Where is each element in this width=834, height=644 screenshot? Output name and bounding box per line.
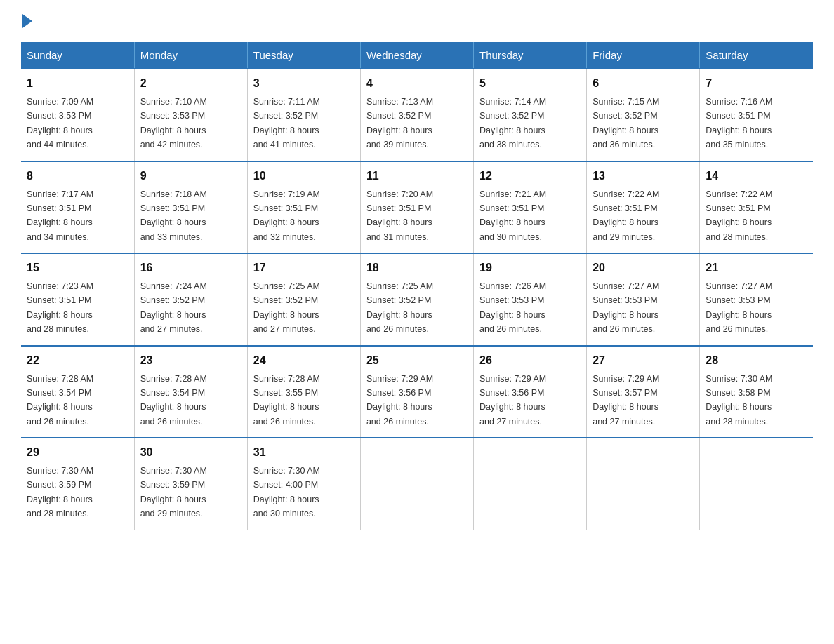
- day-info: Sunrise: 7:15 AMSunset: 3:52 PMDaylight:…: [593, 97, 659, 149]
- calendar-table: SundayMondayTuesdayWednesdayThursdayFrid…: [21, 42, 813, 530]
- day-cell: 23 Sunrise: 7:28 AMSunset: 3:54 PMDaylig…: [134, 346, 247, 438]
- day-number: 10: [253, 168, 355, 185]
- day-info: Sunrise: 7:30 AMSunset: 3:59 PMDaylight:…: [140, 466, 207, 518]
- day-cell: 11 Sunrise: 7:20 AMSunset: 3:51 PMDaylig…: [360, 161, 473, 254]
- day-cell: 31 Sunrise: 7:30 AMSunset: 4:00 PMDaylig…: [247, 438, 360, 530]
- day-cell: 27 Sunrise: 7:29 AMSunset: 3:57 PMDaylig…: [587, 346, 700, 438]
- day-number: 9: [140, 168, 241, 185]
- day-number: 20: [593, 260, 694, 276]
- day-number: 13: [593, 168, 694, 185]
- day-number: 15: [27, 260, 128, 276]
- day-number: 8: [27, 168, 128, 185]
- day-number: 28: [706, 352, 807, 369]
- day-info: Sunrise: 7:30 AMSunset: 4:00 PMDaylight:…: [253, 466, 320, 518]
- day-info: Sunrise: 7:25 AMSunset: 3:52 PMDaylight:…: [253, 281, 320, 334]
- day-number: 26: [479, 352, 581, 369]
- day-cell: 2 Sunrise: 7:10 AMSunset: 3:53 PMDayligh…: [134, 69, 247, 161]
- day-info: Sunrise: 7:28 AMSunset: 3:55 PMDaylight:…: [253, 374, 320, 427]
- calendar-body: 1 Sunrise: 7:09 AMSunset: 3:53 PMDayligh…: [21, 69, 813, 530]
- logo-arrow-icon: [22, 14, 32, 28]
- day-info: Sunrise: 7:27 AMSunset: 3:53 PMDaylight:…: [706, 281, 772, 334]
- day-cell: 1 Sunrise: 7:09 AMSunset: 3:53 PMDayligh…: [21, 69, 134, 161]
- day-info: Sunrise: 7:30 AMSunset: 3:58 PMDaylight:…: [706, 374, 772, 427]
- day-cell: 10 Sunrise: 7:19 AMSunset: 3:51 PMDaylig…: [247, 161, 360, 254]
- day-number: 4: [366, 75, 468, 92]
- column-header-thursday: Thursday: [474, 42, 587, 69]
- day-number: 14: [706, 168, 807, 185]
- day-cell: 26 Sunrise: 7:29 AMSunset: 3:56 PMDaylig…: [474, 346, 587, 438]
- day-info: Sunrise: 7:29 AMSunset: 3:57 PMDaylight:…: [593, 374, 659, 427]
- day-info: Sunrise: 7:16 AMSunset: 3:51 PMDaylight:…: [706, 97, 772, 149]
- day-info: Sunrise: 7:29 AMSunset: 3:56 PMDaylight:…: [479, 374, 546, 427]
- week-row-3: 15 Sunrise: 7:23 AMSunset: 3:51 PMDaylig…: [21, 253, 813, 346]
- day-cell: 4 Sunrise: 7:13 AMSunset: 3:52 PMDayligh…: [360, 69, 473, 161]
- day-number: 7: [706, 75, 807, 92]
- day-cell: 12 Sunrise: 7:21 AMSunset: 3:51 PMDaylig…: [474, 161, 587, 254]
- day-cell: 6 Sunrise: 7:15 AMSunset: 3:52 PMDayligh…: [587, 69, 700, 161]
- day-number: 31: [253, 444, 355, 461]
- day-number: 30: [140, 444, 241, 461]
- day-cell: 30 Sunrise: 7:30 AMSunset: 3:59 PMDaylig…: [134, 438, 247, 530]
- day-info: Sunrise: 7:10 AMSunset: 3:53 PMDaylight:…: [140, 97, 207, 149]
- day-info: Sunrise: 7:14 AMSunset: 3:52 PMDaylight:…: [479, 97, 546, 149]
- day-cell: 20 Sunrise: 7:27 AMSunset: 3:53 PMDaylig…: [587, 253, 700, 346]
- day-cell: 15 Sunrise: 7:23 AMSunset: 3:51 PMDaylig…: [21, 253, 134, 346]
- day-cell: 16 Sunrise: 7:24 AMSunset: 3:52 PMDaylig…: [134, 253, 247, 346]
- day-number: 27: [593, 352, 694, 369]
- day-number: 11: [366, 168, 468, 185]
- day-number: 21: [706, 260, 807, 276]
- day-info: Sunrise: 7:22 AMSunset: 3:51 PMDaylight:…: [706, 189, 772, 242]
- day-number: 29: [27, 444, 128, 461]
- day-number: 25: [366, 352, 468, 369]
- day-info: Sunrise: 7:28 AMSunset: 3:54 PMDaylight:…: [27, 374, 93, 427]
- week-row-4: 22 Sunrise: 7:28 AMSunset: 3:54 PMDaylig…: [21, 346, 813, 438]
- day-cell: [360, 438, 473, 530]
- day-info: Sunrise: 7:22 AMSunset: 3:51 PMDaylight:…: [593, 189, 659, 242]
- day-cell: 25 Sunrise: 7:29 AMSunset: 3:56 PMDaylig…: [360, 346, 473, 438]
- day-info: Sunrise: 7:18 AMSunset: 3:51 PMDaylight:…: [140, 189, 207, 242]
- day-info: Sunrise: 7:23 AMSunset: 3:51 PMDaylight:…: [27, 281, 93, 334]
- day-number: 5: [479, 75, 581, 92]
- column-header-sunday: Sunday: [21, 42, 134, 69]
- day-cell: 18 Sunrise: 7:25 AMSunset: 3:52 PMDaylig…: [360, 253, 473, 346]
- day-cell: 9 Sunrise: 7:18 AMSunset: 3:51 PMDayligh…: [134, 161, 247, 254]
- day-info: Sunrise: 7:28 AMSunset: 3:54 PMDaylight:…: [140, 374, 207, 427]
- day-number: 3: [253, 75, 355, 92]
- day-info: Sunrise: 7:25 AMSunset: 3:52 PMDaylight:…: [366, 281, 433, 334]
- day-info: Sunrise: 7:17 AMSunset: 3:51 PMDaylight:…: [27, 189, 93, 242]
- day-cell: 21 Sunrise: 7:27 AMSunset: 3:53 PMDaylig…: [700, 253, 813, 346]
- day-cell: 8 Sunrise: 7:17 AMSunset: 3:51 PMDayligh…: [21, 161, 134, 254]
- column-header-wednesday: Wednesday: [360, 42, 473, 69]
- day-cell: 5 Sunrise: 7:14 AMSunset: 3:52 PMDayligh…: [474, 69, 587, 161]
- day-cell: [474, 438, 587, 530]
- week-row-1: 1 Sunrise: 7:09 AMSunset: 3:53 PMDayligh…: [21, 69, 813, 161]
- day-cell: 7 Sunrise: 7:16 AMSunset: 3:51 PMDayligh…: [700, 69, 813, 161]
- day-info: Sunrise: 7:27 AMSunset: 3:53 PMDaylight:…: [593, 281, 659, 334]
- column-header-tuesday: Tuesday: [247, 42, 360, 69]
- week-row-5: 29 Sunrise: 7:30 AMSunset: 3:59 PMDaylig…: [21, 438, 813, 530]
- day-info: Sunrise: 7:13 AMSunset: 3:52 PMDaylight:…: [366, 97, 433, 149]
- header-row: SundayMondayTuesdayWednesdayThursdayFrid…: [21, 42, 813, 69]
- day-cell: 14 Sunrise: 7:22 AMSunset: 3:51 PMDaylig…: [700, 161, 813, 254]
- day-number: 16: [140, 260, 241, 276]
- day-cell: 3 Sunrise: 7:11 AMSunset: 3:52 PMDayligh…: [247, 69, 360, 161]
- day-info: Sunrise: 7:19 AMSunset: 3:51 PMDaylight:…: [253, 189, 320, 242]
- day-number: 6: [593, 75, 694, 92]
- day-info: Sunrise: 7:29 AMSunset: 3:56 PMDaylight:…: [366, 374, 433, 427]
- column-header-friday: Friday: [587, 42, 700, 69]
- day-info: Sunrise: 7:30 AMSunset: 3:59 PMDaylight:…: [27, 466, 93, 518]
- day-cell: 22 Sunrise: 7:28 AMSunset: 3:54 PMDaylig…: [21, 346, 134, 438]
- day-cell: 29 Sunrise: 7:30 AMSunset: 3:59 PMDaylig…: [21, 438, 134, 530]
- day-info: Sunrise: 7:11 AMSunset: 3:52 PMDaylight:…: [253, 97, 320, 149]
- day-number: 19: [479, 260, 581, 276]
- day-info: Sunrise: 7:09 AMSunset: 3:53 PMDaylight:…: [27, 97, 93, 149]
- day-number: 24: [253, 352, 355, 369]
- calendar-header: SundayMondayTuesdayWednesdayThursdayFrid…: [21, 42, 813, 69]
- day-number: 1: [27, 75, 128, 92]
- day-cell: [700, 438, 813, 530]
- day-info: Sunrise: 7:24 AMSunset: 3:52 PMDaylight:…: [140, 281, 207, 334]
- day-cell: 24 Sunrise: 7:28 AMSunset: 3:55 PMDaylig…: [247, 346, 360, 438]
- day-cell: 17 Sunrise: 7:25 AMSunset: 3:52 PMDaylig…: [247, 253, 360, 346]
- day-number: 18: [366, 260, 468, 276]
- day-cell: [587, 438, 700, 530]
